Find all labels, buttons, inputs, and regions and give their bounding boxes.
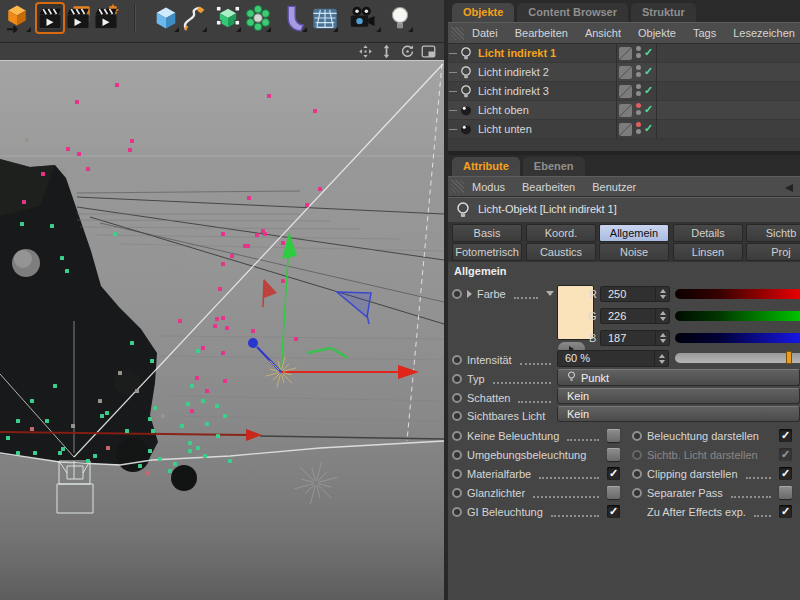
menu-ansicht[interactable]: Ansicht <box>585 27 621 39</box>
attr-tab-sichtb[interactable]: Sichtb <box>746 224 800 242</box>
render-visibility-dot[interactable] <box>636 129 641 134</box>
sichtbares-licht-dropdown[interactable]: Kein <box>557 406 800 422</box>
checkbox-sichtb-licht-darstellen[interactable]: ✓ <box>779 448 792 461</box>
editor-visibility-dot[interactable] <box>636 103 641 108</box>
viewport-canvas[interactable] <box>0 61 444 600</box>
b-gradient-slider[interactable] <box>675 333 800 343</box>
animation-dot-icon[interactable] <box>632 469 642 479</box>
expand-triangle-icon[interactable] <box>467 290 472 298</box>
object-name[interactable]: Licht unten <box>478 123 532 135</box>
make-editable-icon[interactable] <box>214 3 242 33</box>
checkbox-beleuchtung-darstellen[interactable]: ✓ <box>779 429 792 442</box>
menu-modus[interactable]: Modus <box>472 181 505 193</box>
checkbox-umgebungsbeleuchtung[interactable] <box>607 448 620 461</box>
editor-visibility-dot[interactable] <box>636 46 641 51</box>
menu-tags[interactable]: Tags <box>693 27 716 39</box>
dropdown-caret-icon[interactable] <box>546 291 554 296</box>
attr-tab-koord[interactable]: Koord. <box>526 224 596 242</box>
light-object-icon[interactable] <box>386 3 414 33</box>
attr-tab-basis[interactable]: Basis <box>452 224 522 242</box>
array-object-icon[interactable] <box>244 3 272 33</box>
render-settings-icon[interactable] <box>92 3 120 33</box>
animation-dot-icon[interactable] <box>632 431 642 441</box>
animation-dot-icon[interactable] <box>452 431 462 441</box>
editor-visibility-dot[interactable] <box>636 122 641 127</box>
grip-icon[interactable] <box>451 180 464 193</box>
layer-square-icon[interactable] <box>619 123 632 136</box>
render-visibility-dot[interactable] <box>636 72 641 77</box>
object-list-empty[interactable] <box>448 139 800 151</box>
model-mode-icon[interactable] <box>2 3 32 33</box>
layer-square-icon[interactable] <box>619 47 632 60</box>
tab-objekte[interactable]: Objekte <box>452 3 514 22</box>
r-gradient-slider[interactable] <box>675 289 800 299</box>
add-spline-icon[interactable] <box>180 3 208 33</box>
g-field[interactable]: 226 <box>600 308 670 324</box>
attr-tab-noise[interactable]: Noise <box>599 243 669 261</box>
g-gradient-slider[interactable] <box>675 311 800 321</box>
attr-tab-allgemein[interactable]: Allgemein <box>599 224 669 242</box>
attr-tab-proj[interactable]: Proj <box>746 243 800 261</box>
enabled-check-icon[interactable]: ✓ <box>644 65 653 78</box>
r-field[interactable]: 250 <box>600 286 670 302</box>
menu-bearbeiten[interactable]: Bearbeiten <box>515 27 568 39</box>
tab-content-browser[interactable]: Content Browser <box>517 3 628 22</box>
tab-ebenen[interactable]: Ebenen <box>523 157 585 176</box>
intensitaet-field[interactable]: 60 % <box>557 350 669 367</box>
animation-dot-icon[interactable] <box>452 355 462 365</box>
menu-objekte[interactable]: Objekte <box>638 27 676 39</box>
enabled-check-icon[interactable]: ✓ <box>644 84 653 97</box>
render-visibility-dot[interactable] <box>636 110 641 115</box>
dolly-icon[interactable] <box>379 44 394 59</box>
schatten-dropdown[interactable]: Kein <box>557 388 800 404</box>
maximize-icon[interactable] <box>421 44 436 59</box>
object-name[interactable]: Licht indirekt 1 <box>478 47 556 59</box>
checkbox-separater-pass[interactable] <box>779 486 792 499</box>
tab-attribute[interactable]: Attribute <box>452 157 520 176</box>
render-visibility-dot[interactable] <box>636 91 641 96</box>
animation-dot-icon[interactable] <box>452 289 462 299</box>
animation-dot-icon[interactable] <box>452 411 462 421</box>
attr-tab-details[interactable]: Details <box>673 224 743 242</box>
object-row-licht-indirekt-1[interactable]: Licht indirekt 1✓ <box>448 44 800 63</box>
animation-dot-icon[interactable] <box>452 469 462 479</box>
render-region-icon[interactable] <box>64 3 92 33</box>
g-stepper[interactable] <box>655 309 669 323</box>
menu-datei[interactable]: Datei <box>472 27 498 39</box>
layer-square-icon[interactable] <box>619 66 632 79</box>
menu-benutzer[interactable]: Benutzer <box>592 181 636 193</box>
add-cube-icon[interactable] <box>152 3 180 33</box>
enabled-check-icon[interactable]: ✓ <box>644 103 653 116</box>
pan-icon[interactable] <box>358 44 373 59</box>
checkbox-zu-after-effects-exp[interactable]: ✓ <box>779 505 792 518</box>
animation-dot-icon[interactable] <box>452 450 462 460</box>
viewport-3d[interactable] <box>0 60 444 600</box>
animation-dot-icon[interactable] <box>452 374 462 384</box>
layer-square-icon[interactable] <box>619 104 632 117</box>
checkbox-materialfarbe[interactable]: ✓ <box>607 467 620 480</box>
layer-square-icon[interactable] <box>619 85 632 98</box>
attr-tab-linsen[interactable]: Linsen <box>673 243 743 261</box>
intensitaet-slider[interactable] <box>675 353 800 363</box>
b-field[interactable]: 187 <box>600 330 670 346</box>
checkbox-keine-beleuchtung[interactable] <box>607 429 620 442</box>
tab-struktur[interactable]: Struktur <box>631 3 696 22</box>
animation-dot-icon[interactable] <box>632 450 642 460</box>
animation-dot-icon[interactable] <box>452 488 462 498</box>
animation-dot-icon[interactable] <box>452 393 462 403</box>
rotate-icon[interactable] <box>400 44 415 59</box>
menu-lesezeichen[interactable]: Lesezeichen <box>733 27 795 39</box>
b-stepper[interactable] <box>655 331 669 345</box>
grip-icon[interactable] <box>451 27 464 40</box>
render-visibility-dot[interactable] <box>636 53 641 58</box>
attr-tab-caustics[interactable]: Caustics <box>526 243 596 261</box>
typ-dropdown[interactable]: Punkt <box>557 369 800 386</box>
intensitaet-slider-handle[interactable] <box>786 351 792 364</box>
object-row-licht-indirekt-2[interactable]: Licht indirekt 2✓ <box>448 63 800 82</box>
object-row-licht-indirekt-3[interactable]: Licht indirekt 3✓ <box>448 82 800 101</box>
object-row-licht-unten[interactable]: Licht unten✓ <box>448 120 800 139</box>
intensitaet-stepper[interactable] <box>654 351 668 366</box>
enabled-check-icon[interactable]: ✓ <box>644 46 653 59</box>
bend-deformer-icon[interactable] <box>280 3 308 33</box>
checkbox-gi-beleuchtung[interactable]: ✓ <box>607 505 620 518</box>
